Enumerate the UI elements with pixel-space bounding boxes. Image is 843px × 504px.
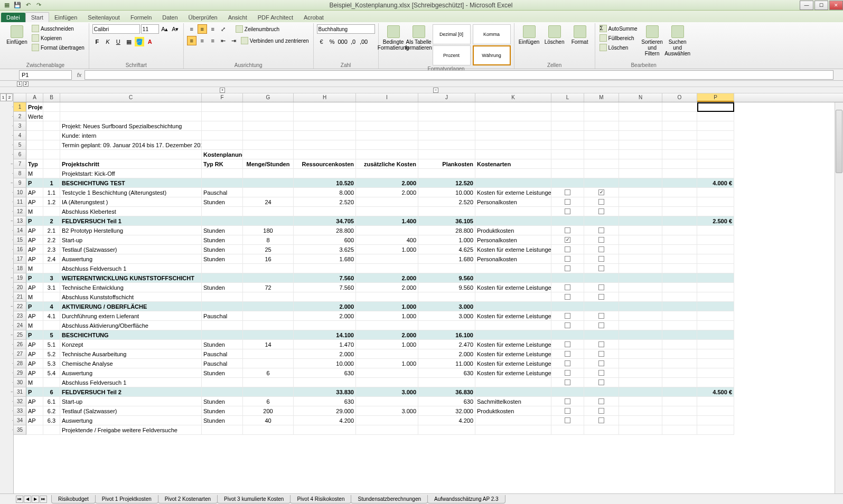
- cell[interactable]: [202, 321, 243, 330]
- cell[interactable]: FELDVERSUCH Teil 1: [60, 216, 202, 226]
- cell[interactable]: 3.000: [418, 302, 475, 311]
- cell[interactable]: [697, 254, 734, 264]
- cell[interactable]: [475, 416, 551, 425]
- underline-button[interactable]: U: [114, 37, 123, 46]
- cell[interactable]: [356, 378, 418, 387]
- cell[interactable]: [356, 368, 418, 378]
- cell[interactable]: Auswertung: [60, 416, 202, 425]
- cell[interactable]: Stunden: [202, 235, 243, 245]
- cell[interactable]: FELDVERSUCH Teil 2: [60, 387, 202, 397]
- cell[interactable]: 2.520: [294, 197, 356, 207]
- cell[interactable]: [356, 321, 418, 330]
- cell[interactable]: M: [26, 169, 43, 178]
- cell[interactable]: [662, 131, 697, 140]
- increase-font-icon[interactable]: A▴: [160, 24, 170, 34]
- cell[interactable]: [26, 131, 43, 140]
- cell[interactable]: [619, 121, 662, 131]
- cell[interactable]: [662, 188, 697, 197]
- cell[interactable]: [619, 416, 662, 425]
- cell[interactable]: [584, 425, 619, 435]
- cell[interactable]: 2.520: [418, 197, 475, 207]
- format-cells-button[interactable]: Format: [568, 24, 592, 45]
- excel-icon[interactable]: ▦: [2, 1, 12, 9]
- cell[interactable]: [619, 188, 662, 197]
- checkbox[interactable]: [598, 408, 604, 414]
- style-currency[interactable]: Währung: [473, 45, 511, 65]
- sheet-tab[interactable]: Pivot 2 Kostenarten: [158, 495, 218, 503]
- row-header-33[interactable]: 33: [14, 406, 26, 416]
- cell[interactable]: [294, 140, 356, 150]
- minimize-button[interactable]: —: [800, 1, 813, 10]
- cell[interactable]: [662, 150, 697, 159]
- cell[interactable]: [418, 264, 475, 273]
- cell[interactable]: 2.000: [294, 302, 356, 311]
- cell[interactable]: [356, 169, 418, 178]
- checkbox[interactable]: [565, 398, 570, 404]
- cell[interactable]: Personalkosten: [475, 197, 551, 207]
- checkbox[interactable]: [598, 417, 604, 423]
- cell[interactable]: 6.2: [43, 406, 60, 416]
- cell[interactable]: [697, 397, 734, 406]
- cell[interactable]: [697, 159, 734, 169]
- row-header-32[interactable]: 32: [14, 397, 26, 406]
- cell[interactable]: [619, 245, 662, 254]
- cell[interactable]: [584, 273, 619, 283]
- cell[interactable]: [662, 359, 697, 368]
- row-header-28[interactable]: 28: [14, 359, 26, 368]
- cell[interactable]: [697, 359, 734, 368]
- cell[interactable]: Kosten für externe Leistungen: [475, 188, 551, 197]
- cell[interactable]: [584, 264, 619, 273]
- cell[interactable]: AP: [26, 254, 43, 264]
- cell[interactable]: 16.100: [418, 330, 475, 340]
- cell[interactable]: [475, 140, 551, 150]
- cell[interactable]: [243, 188, 294, 197]
- cell[interactable]: 16: [243, 254, 294, 264]
- cell[interactable]: [43, 378, 60, 387]
- tab-formulas[interactable]: Formeln: [125, 13, 157, 22]
- cell[interactable]: 180: [243, 226, 294, 235]
- cell[interactable]: [697, 330, 734, 340]
- cell[interactable]: 25: [243, 245, 294, 254]
- align-center-icon[interactable]: ≡: [198, 36, 207, 45]
- cell[interactable]: [475, 150, 551, 159]
- row-outline-2[interactable]: 2: [6, 93, 13, 101]
- cell[interactable]: 2.4: [43, 254, 60, 264]
- cell[interactable]: [662, 416, 697, 425]
- row-header-5[interactable]: 5: [14, 140, 26, 150]
- fx-icon[interactable]: fx: [74, 72, 85, 78]
- name-box[interactable]: P1: [19, 70, 72, 80]
- col-header-K[interactable]: K: [475, 93, 551, 102]
- cell[interactable]: 1.680: [294, 254, 356, 264]
- cell[interactable]: [619, 216, 662, 226]
- cell[interactable]: [243, 349, 294, 359]
- row-header-22[interactable]: 22: [14, 302, 26, 311]
- style-percent[interactable]: Prozent: [433, 45, 471, 65]
- cell[interactable]: 630: [294, 368, 356, 378]
- cell[interactable]: [26, 140, 43, 150]
- cell[interactable]: [202, 178, 243, 188]
- cell[interactable]: 2.1: [43, 226, 60, 235]
- cell[interactable]: [697, 292, 734, 302]
- cell[interactable]: [475, 178, 551, 188]
- cell[interactable]: [551, 349, 584, 359]
- cell[interactable]: [356, 102, 418, 112]
- cell[interactable]: [356, 254, 418, 264]
- cell[interactable]: [202, 378, 243, 387]
- cell[interactable]: [60, 102, 202, 112]
- cell[interactable]: 10.000: [418, 188, 475, 197]
- checkbox[interactable]: [598, 322, 604, 328]
- row-header-6[interactable]: 6: [14, 150, 26, 159]
- row-header-16[interactable]: 16: [14, 245, 26, 254]
- indent-decrease-icon[interactable]: ⇤: [219, 36, 228, 45]
- checkbox[interactable]: [565, 189, 570, 195]
- cell[interactable]: 3.000: [356, 387, 418, 397]
- cell[interactable]: [202, 302, 243, 311]
- checkbox[interactable]: [598, 398, 604, 404]
- col-header-H[interactable]: H: [294, 93, 356, 102]
- col-header-M[interactable]: M: [584, 93, 619, 102]
- cell[interactable]: [43, 112, 60, 121]
- cell[interactable]: [584, 387, 619, 397]
- row-header-34[interactable]: 34: [14, 416, 26, 425]
- checkbox[interactable]: [565, 322, 570, 328]
- cell[interactable]: [551, 235, 584, 245]
